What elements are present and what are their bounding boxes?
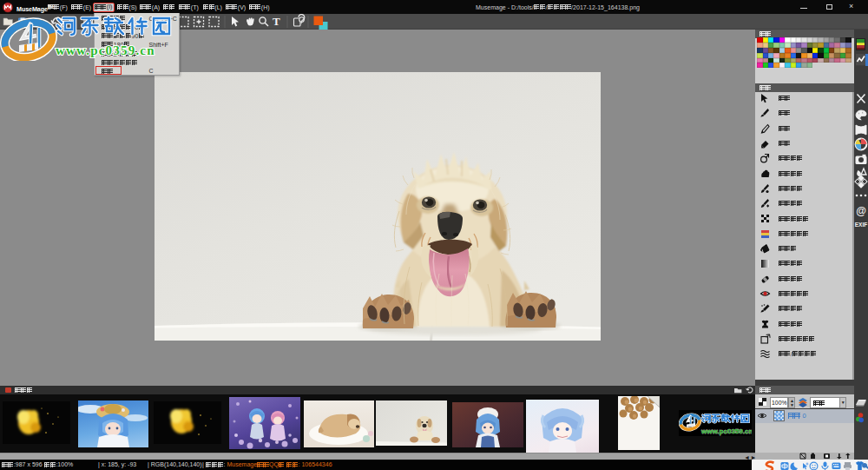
svg-text:@: @ xyxy=(856,205,866,217)
svg-text:T: T xyxy=(273,15,280,28)
svg-text:www.pc0359.cn: www.pc0359.cn xyxy=(700,427,752,435)
svg-text:EXIF: EXIF xyxy=(855,222,867,228)
